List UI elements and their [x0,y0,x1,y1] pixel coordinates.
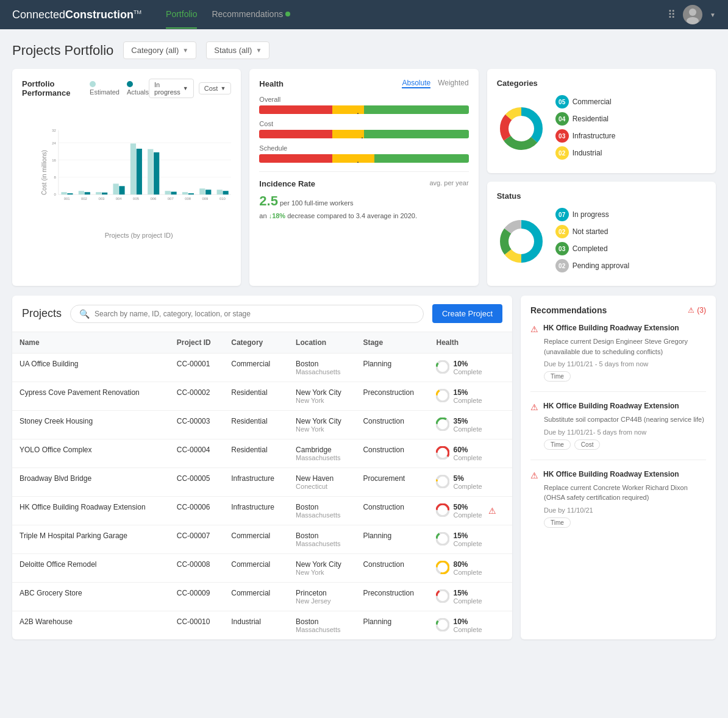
cell-category: Residential [224,411,288,439]
table-header: Name Project ID Category Location Stage … [12,332,512,354]
rec-item: ⚠ HK Office Building Roadway Extension R… [530,324,706,392]
rec-warning-triangle: ⚠ [530,324,538,334]
rec-tag[interactable]: Cost [574,439,601,450]
perf-legend: Estimated Actuals [90,81,149,96]
cell-location: PrincetonNew Jersey [288,583,355,611]
y-axis-label: Cost (in millions) [41,150,48,195]
svg-text:009: 009 [202,197,209,201]
portfolio-performance-card: Portfolio Performance Estimated Actuals … [12,69,241,286]
category-filter-arrow: ▼ [182,47,188,54]
rec-tag[interactable]: Time [544,371,571,382]
table-row[interactable]: UA Office Building CC-00001 Commercial B… [12,354,512,382]
health-text: 10% Complete [453,617,482,633]
status-filter[interactable]: Status (all) ▼ [206,41,269,59]
projects-table: Name Project ID Category Location Stage … [12,332,512,639]
rec-description: Replace current Design Engineer Steve Gr… [544,336,706,357]
rec-tags: Time [544,371,706,382]
user-avatar[interactable] [683,5,702,24]
rec-count: ⚠ (3) [688,306,706,315]
table-row[interactable]: HK Office Building Roadway Extension CC-… [12,497,512,525]
cat-industrial: 02 Industrial [555,146,616,160]
health-donut-icon [436,503,449,519]
table-row[interactable]: Broadway Blvd Bridge CC-00005 Infrastruc… [12,468,512,497]
rec-tag[interactable]: Time [544,439,571,450]
status-pending-badge: 02 [555,259,569,272]
health-text: 5% Complete [453,474,482,490]
svg-rect-30 [165,191,171,194]
rec-project-name: HK Office Building Roadway Extension [543,470,679,478]
svg-text:004: 004 [116,197,123,201]
incidence-text: 2.5 per 100 full-time workers an ↓18% de… [259,191,468,221]
perf-filter2[interactable]: Cost ▼ [199,82,232,94]
logo-tm: TM [134,9,141,15]
category-filter[interactable]: Category (all) ▼ [123,41,196,59]
col-id: Project ID [170,332,224,354]
cell-id: CC-00010 [170,611,224,640]
health-tab-absolute[interactable]: Absolute [402,79,430,88]
cell-name: HK Office Building Roadway Extension [12,497,170,525]
alert-icon: ⚠ [488,506,496,516]
cell-location: CambridgeMassachusetts [288,439,355,468]
cell-health: 15% Complete [429,382,512,411]
health-donut-icon [436,618,449,633]
rec-warning-triangle: ⚠ [530,471,538,480]
health-donut-icon [436,561,449,576]
health-donut-icon [436,446,449,461]
table-row[interactable]: Deloitte Office Remodel CC-00008 Commerc… [12,554,512,583]
col-stage: Stage [355,332,429,354]
svg-rect-40 [223,191,228,194]
health-donut-icon [436,475,449,490]
categories-donut-row: 05 Commercial 04 Residential 03 Infrastr… [497,95,706,163]
health-text: 35% Complete [453,417,482,433]
cat-commercial-label: Commercial [573,98,612,106]
app-logo: ConnectedConstructionTM [12,9,141,21]
search-input[interactable] [95,310,415,318]
status-filter-label: Status (all) [214,46,252,55]
cell-stage: Construction [355,439,429,468]
cell-stage: Construction [355,411,429,439]
categories-list: 05 Commercial 04 Residential 03 Infrastr… [555,95,616,163]
nav-recommendations[interactable]: Recommendations [212,1,290,29]
health-tab-weighted[interactable]: Weighted [438,79,468,88]
cell-health: 15% Complete [429,583,512,611]
apps-icon[interactable]: ⠿ [668,8,676,21]
categories-title: Categories [497,79,706,88]
status-pending-label: Pending approval [573,261,629,270]
table-row[interactable]: ABC Grocery Store CC-00009 Commercial Pr… [12,583,512,611]
rec-item: ⚠ HK Office Building Roadway Extension R… [530,470,706,528]
health-title: Health [259,79,284,88]
svg-text:002: 002 [81,197,87,201]
cell-location: BostonMassachusetts [288,611,355,640]
cell-location: New York CityNew York [288,382,355,411]
cell-health: 10% Complete [429,354,512,382]
table-row[interactable]: Stoney Creek Housing CC-00003 Residentia… [12,411,512,439]
cat-infrastructure-badge: 03 [555,129,569,143]
cell-stage: Procurement [355,468,429,497]
schedule-bar-green [374,154,468,163]
table-row[interactable]: Cypress Cove Pavement Renovation CC-0000… [12,382,512,411]
svg-rect-16 [85,192,90,194]
header-actions: ⠿ ▼ [668,5,716,24]
legend-estimated: Estimated [90,81,120,96]
nav-portfolio[interactable]: Portfolio [166,1,197,29]
avatar-chevron[interactable]: ▼ [710,12,716,18]
svg-rect-28 [154,152,159,194]
table-row[interactable]: A2B Warehouse CC-00010 Industrial Boston… [12,611,512,640]
health-donut-icon [436,532,449,547]
cell-id: CC-00001 [170,354,224,382]
table-row[interactable]: YOLO Office Complex CC-00004 Residential… [12,439,512,468]
cell-id: CC-00004 [170,439,224,468]
svg-text:008: 008 [185,197,191,201]
svg-rect-12 [61,192,66,194]
rec-project-name: HK Office Building Roadway Extension [543,324,679,332]
rec-tag[interactable]: Time [544,517,571,528]
svg-rect-25 [137,149,142,194]
status-pending: 02 Pending approval [555,259,629,272]
status-list: 07 In progress 02 Not started 03 Complet… [555,208,629,276]
table-row[interactable]: Triple M Hospital Parking Garage CC-0000… [12,525,512,554]
create-project-button[interactable]: Create Project [432,304,502,323]
cell-location: BostonMassachusetts [288,354,355,382]
status-notstarted-label: Not started [573,227,608,236]
perf-filter1[interactable]: In progress ▼ [149,79,194,98]
incidence-change-desc: decrease compared to 3.4 average in 2020… [287,212,417,219]
